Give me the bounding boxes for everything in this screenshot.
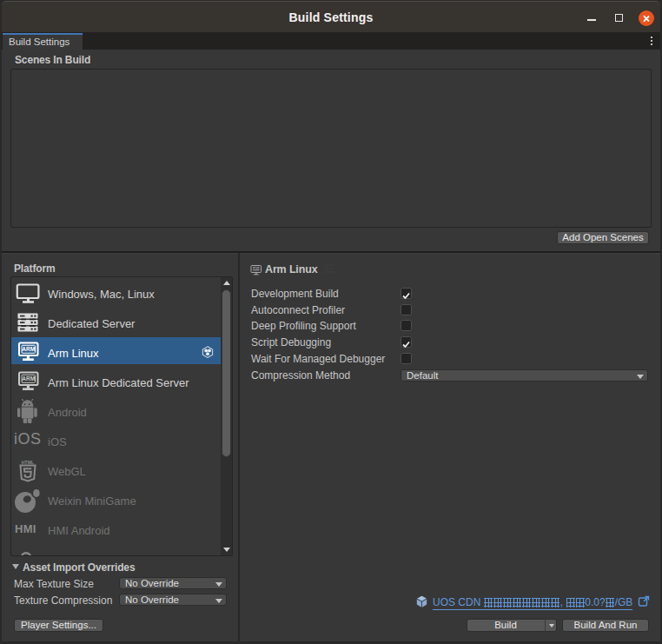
svg-text:ARM: ARM [22, 375, 35, 382]
svg-text:ARM: ARM [22, 346, 35, 352]
svg-text:HTML: HTML [22, 460, 35, 465]
